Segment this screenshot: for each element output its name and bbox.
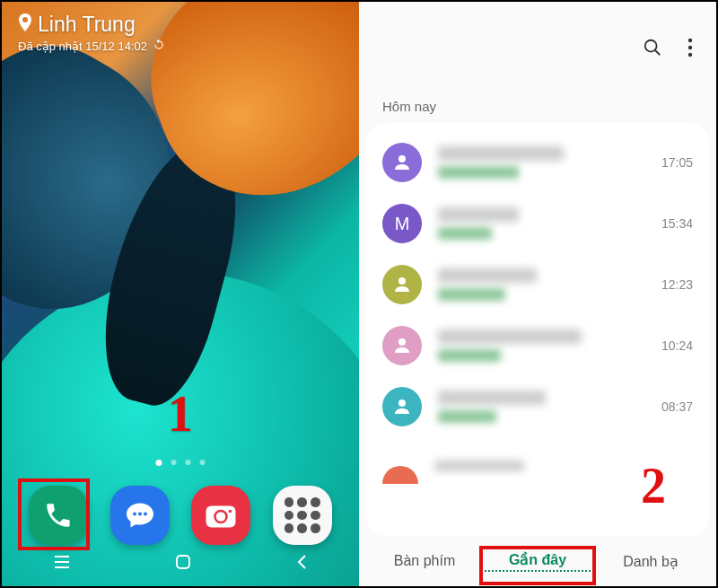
bottom-tab-bar: Bàn phím Gần đây Danh bạ: [359, 536, 716, 586]
app-drawer-icon[interactable]: [273, 486, 332, 545]
call-time: 12:23: [661, 277, 693, 292]
camera-app-icon[interactable]: [191, 486, 250, 545]
call-entry[interactable]: 17:05: [366, 132, 709, 193]
svg-point-14: [398, 277, 406, 285]
search-icon[interactable]: [643, 38, 662, 61]
home-screen: Linh Trung Đã cập nhật 15/12 14:02 1: [2, 2, 359, 586]
avatar: [382, 466, 418, 484]
svg-point-0: [133, 513, 136, 516]
home-button[interactable]: [174, 553, 192, 575]
avatar: [382, 143, 422, 182]
messages-app-icon[interactable]: [110, 486, 170, 545]
avatar: [382, 265, 422, 304]
svg-point-2: [144, 513, 147, 516]
phone-app-screen: Hôm nay 17:05 M 15:34 12:23 10:24: [359, 2, 716, 586]
weather-widget[interactable]: Linh Trung Đã cập nhật 15/12 14:02: [18, 13, 165, 54]
avatar: [382, 387, 422, 426]
location-pin-icon: [18, 13, 32, 37]
call-entry[interactable]: 08:37: [366, 376, 709, 437]
annotation-step-2: 2: [641, 457, 666, 514]
refresh-icon: [153, 39, 165, 54]
annotation-step-1: 1: [168, 385, 193, 443]
svg-point-10: [688, 39, 692, 42]
back-button[interactable]: [295, 554, 308, 574]
recents-button[interactable]: [53, 555, 71, 573]
call-entry[interactable]: M 15:34: [366, 193, 709, 254]
phone-app-icon[interactable]: [29, 486, 88, 545]
svg-point-1: [138, 513, 142, 516]
svg-point-8: [645, 40, 657, 52]
svg-point-12: [688, 53, 692, 57]
call-entry[interactable]: 12:23: [366, 254, 709, 315]
svg-point-6: [229, 510, 232, 513]
svg-point-11: [688, 46, 692, 49]
tab-contacts[interactable]: Danh bạ: [594, 553, 707, 570]
updated-text: Đã cập nhật 15/12 14:02: [18, 39, 147, 53]
call-time: 10:24: [661, 338, 693, 353]
tab-recent[interactable]: Gần đây: [481, 551, 594, 572]
svg-line-9: [655, 50, 661, 56]
avatar: [382, 326, 422, 365]
call-time: 08:37: [661, 399, 693, 414]
svg-point-15: [398, 338, 406, 346]
avatar: M: [382, 204, 422, 243]
navigation-bar: [2, 550, 359, 577]
svg-rect-7: [177, 556, 189, 568]
svg-point-13: [398, 155, 406, 162]
section-heading: Hôm nay: [359, 66, 716, 123]
tab-keypad[interactable]: Bàn phím: [368, 553, 481, 569]
call-entry[interactable]: 10:24: [366, 315, 709, 376]
location-name: Linh Trung: [38, 13, 136, 37]
call-time: 15:34: [661, 216, 693, 231]
page-indicator: [156, 460, 206, 466]
app-dock: [2, 486, 359, 545]
svg-point-5: [216, 512, 226, 522]
more-options-icon[interactable]: [687, 38, 693, 61]
call-time: 17:05: [661, 155, 693, 170]
svg-point-16: [398, 399, 406, 407]
